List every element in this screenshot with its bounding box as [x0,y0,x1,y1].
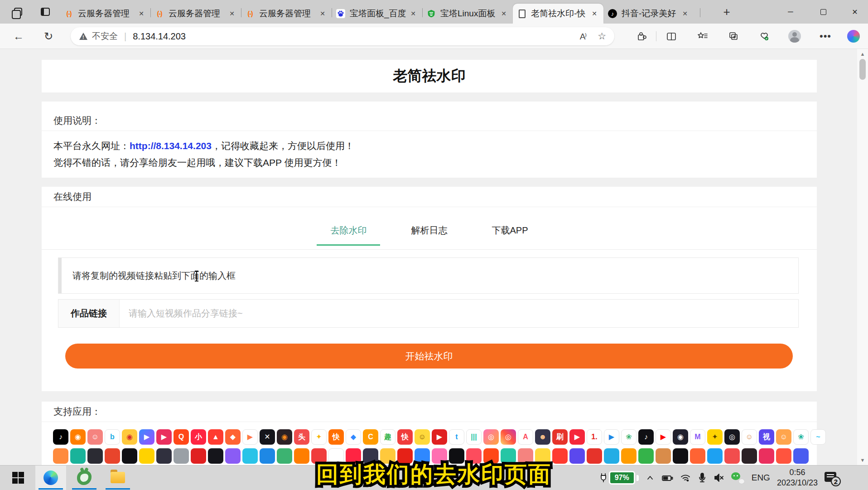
app-icon-kuaishou: ◉ [70,429,86,445]
wifi-icon[interactable] [680,473,691,483]
app-icon-emoji-app: ☺ [415,429,430,445]
browser-tab-4[interactable]: 宝塔面板_百度 ✕ [332,4,422,24]
permanent-url-link[interactable]: http://8.134.14.203 [130,141,212,151]
speaker-muted-icon[interactable] [714,473,724,483]
app-icon-twitter: t [449,429,464,445]
tab-close-icon[interactable]: ✕ [409,9,418,18]
new-tab-button[interactable]: + [719,5,734,19]
tab-title: 云服务器管理 [259,8,318,19]
function-tabs: 去除水印 解析日志 下载APP [42,213,817,250]
app-icon-partial [724,448,740,464]
app-icon-purple-m: M [690,429,705,445]
refresh-icon[interactable]: ↻ [41,29,56,44]
baota-favicon [427,9,436,18]
app-icon-kuaishou-speed: 快 [328,429,344,445]
language-indicator[interactable]: ENG [752,473,770,483]
tab-close-icon[interactable]: ✕ [318,9,327,18]
app-icon-partial [191,448,206,464]
taskbar-edge-button[interactable] [35,466,66,490]
app-icon-dark-lens: ◉ [673,429,688,445]
page-scrollbar[interactable]: ▲ ▼ [857,49,868,465]
battery-icon[interactable] [661,473,673,482]
extensions-icon[interactable] [634,30,649,43]
url-text[interactable]: 8.134.14.203 [133,31,580,42]
app-icon-tan-face: ☺ [742,429,757,445]
app-icon-partial [70,448,86,464]
app-icon-partial [690,448,705,464]
start-button[interactable] [3,466,34,490]
edge-icon [43,471,58,485]
tab-close-icon[interactable]: ✕ [137,9,146,18]
browser-essentials-icon[interactable] [757,30,772,43]
scrollbar-thumb[interactable] [859,59,866,80]
browser-tab-1[interactable]: (-) 云服务器管理 ✕ [60,4,150,24]
app-icon-teal-flower: ❀ [793,429,809,445]
tab-workspaces-icon[interactable] [12,5,24,18]
browser-tab-2[interactable]: (-) 云服务器管理 ✕ [150,4,241,24]
browser-tab-5[interactable]: 宝塔Linux面板 ✕ [422,4,513,24]
tab-download-app[interactable]: 下载APP [486,222,533,246]
taskbar-file-explorer-button[interactable] [102,466,133,490]
profile-avatar[interactable] [787,30,802,43]
back-icon[interactable]: ← [11,29,26,44]
app-icon-tencent-news: ✦ [311,429,327,445]
video-link-input[interactable] [120,300,798,327]
microphone-icon[interactable] [698,472,707,483]
scroll-up-icon[interactable]: ▲ [857,51,868,57]
tab-close-icon[interactable]: ✕ [680,9,690,18]
app-icon-weishi: ◆ [225,429,241,445]
browser-tab-active[interactable]: 老简祛水印-快 ✕ [513,4,603,24]
app-icon-tencent-video: Q [174,429,189,445]
start-remove-watermark-button[interactable]: 开始祛水印 [65,344,793,369]
vertical-tabs-icon[interactable] [39,5,52,18]
tab-title: 抖音-记录美好 [622,8,680,19]
app-icon-partial [208,448,223,464]
tab-separator [150,8,151,17]
usage-line1-suffix: ，记得收藏起来，方便以后使用！ [212,141,354,151]
tab-separator [700,8,700,17]
taskbar-clock[interactable]: 0:56 2023/10/23 [777,467,818,488]
app-icon-partial [122,448,137,464]
collections-icon[interactable] [726,30,741,43]
tab-parse-log[interactable]: 解析日志 [405,222,453,246]
wechat-icon[interactable] [731,471,745,484]
favorites-bar-icon[interactable] [695,30,710,43]
tab-close-icon[interactable]: ✕ [499,9,508,18]
tab-close-icon[interactable]: ✕ [227,9,236,18]
tab-list: (-) 云服务器管理 ✕ (-) 云服务器管理 ✕ (-) 云服务器管理 ✕ 宝… [60,0,694,24]
app-icon-partial [759,448,774,464]
taskbar-green-app-button[interactable] [69,466,100,490]
close-window-button[interactable]: ✕ [842,0,868,24]
app-icon-video-gradient: ▶ [139,429,154,445]
tab-title: 宝塔面板_百度 [350,8,409,19]
scroll-down-icon[interactable]: ▼ [857,457,868,463]
favorite-star-icon[interactable]: ☆ [598,31,606,42]
app-icon-partial [604,448,619,464]
app-icon-bilibili: b [105,429,120,445]
settings-more-icon[interactable]: ••• [818,30,833,43]
tab-title: 宝塔Linux面板 [440,8,499,19]
app-icon-blue-play: ▶ [604,429,619,445]
address-bar[interactable]: 不安全 | 8.134.14.203 A⁾ ☆ [71,27,614,45]
read-aloud-icon[interactable]: A⁾ [580,31,586,42]
address-divider: | [124,31,126,42]
maximize-button[interactable] [810,0,836,24]
app-icon-partial [105,448,120,464]
notification-center-icon[interactable]: 2 [825,472,838,484]
copilot-icon[interactable] [846,30,861,43]
tab-remove-watermark[interactable]: 去除水印 [325,222,372,246]
app-icon-partial [793,448,809,464]
minimize-button[interactable]: ─ [777,0,804,24]
aliyun-favicon: (-) [246,9,255,18]
usage-line1-prefix: 本平台永久网址： [53,141,130,151]
app-icon-shipin: 视 [759,429,774,445]
tray-chevron-icon[interactable] [646,473,655,482]
split-screen-icon[interactable] [664,30,679,43]
browser-tab-3[interactable]: (-) 云服务器管理 ✕ [241,4,332,24]
power-plug-icon [599,472,608,483]
app-icon-partial [225,448,241,464]
tab-close-icon[interactable]: ✕ [590,9,599,18]
app-icon-black-eye: ◎ [724,429,740,445]
browser-tab-7[interactable]: ♪ 抖音-记录美好 ✕ [603,4,694,24]
aliyun-favicon: (-) [155,9,164,18]
